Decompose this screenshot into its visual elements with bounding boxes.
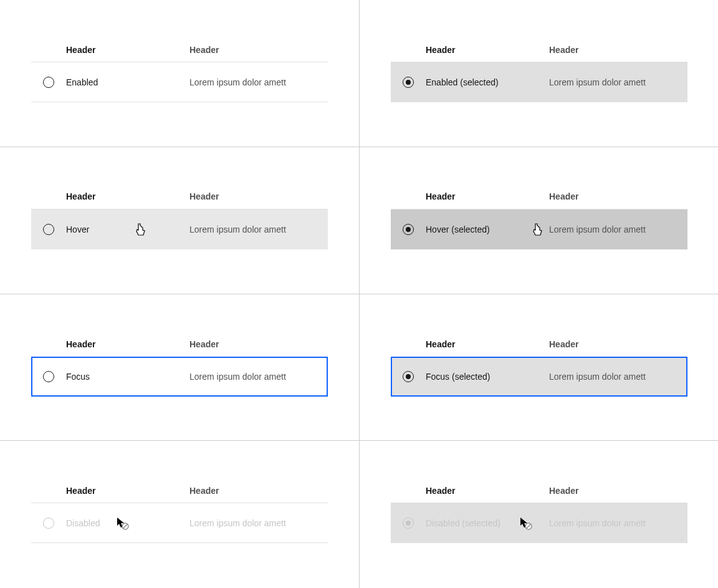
table-header-row: Header Header bbox=[391, 185, 687, 210]
cell-disabled-selected: Header Header Disabled (selected) Lorem bbox=[360, 441, 718, 588]
row-body-text: Lorem ipsum dolor amett bbox=[549, 224, 646, 234]
state-label: Focus (selected) bbox=[426, 372, 490, 382]
column-header-1: Header bbox=[66, 191, 189, 201]
column-header-2: Header bbox=[189, 339, 328, 349]
row-body-text: Lorem ipsum dolor amett bbox=[189, 77, 286, 87]
cell-enabled-unselected: Header Header Enabled Lorem ipsum dolor … bbox=[0, 0, 360, 147]
table-row[interactable]: Enabled (selected) Lorem ipsum dolor ame… bbox=[391, 62, 687, 102]
svg-point-0 bbox=[122, 523, 128, 529]
radio-icon[interactable] bbox=[43, 371, 54, 382]
not-allowed-cursor-icon bbox=[519, 516, 533, 530]
state-label: Focus bbox=[66, 372, 90, 382]
row-body-text: Lorem ipsum dolor amett bbox=[189, 372, 286, 382]
table: Header Header Hover Lorem ipsum dolor am… bbox=[31, 185, 328, 249]
table: Header Header Disabled Lorem ipsum dolor bbox=[31, 478, 328, 543]
row-body-text: Lorem ipsum dolor amett bbox=[189, 224, 286, 234]
cell-hover-unselected: Header Header Hover Lorem ipsum dolor am… bbox=[0, 147, 360, 294]
state-label: Enabled bbox=[66, 77, 98, 87]
table-row: Disabled (selected) Lorem ipsum dolor am… bbox=[391, 503, 687, 543]
column-header-1: Header bbox=[426, 45, 549, 55]
table: Header Header Focus Lorem ipsum dolor am… bbox=[31, 332, 328, 397]
table-row[interactable]: Focus Lorem ipsum dolor amett bbox=[31, 357, 328, 397]
table-row[interactable]: Enabled Lorem ipsum dolor amett bbox=[31, 62, 328, 102]
radio-icon[interactable] bbox=[43, 77, 54, 88]
column-header-2: Header bbox=[189, 191, 328, 201]
not-allowed-cursor-icon bbox=[116, 516, 130, 530]
pointer-cursor-icon bbox=[532, 223, 543, 236]
column-header-2: Header bbox=[549, 339, 687, 349]
column-header-1: Header bbox=[66, 45, 189, 55]
table: Header Header Focus (selected) Lorem ips… bbox=[391, 332, 687, 397]
radio-icon[interactable] bbox=[403, 77, 414, 88]
row-body-text: Lorem ipsum dolor amett bbox=[549, 77, 646, 87]
state-label: Hover bbox=[66, 224, 89, 234]
table-row[interactable]: Hover Lorem ipsum dolor amett bbox=[31, 210, 328, 249]
column-header-2: Header bbox=[189, 486, 328, 496]
table-row[interactable]: Hover (selected) Lorem ipsum dolor amett bbox=[391, 210, 687, 249]
table-row[interactable]: Focus (selected) Lorem ipsum dolor amett bbox=[391, 357, 687, 397]
table: Header Header Hover (selected) Lorem ips… bbox=[391, 185, 687, 249]
state-label: Enabled (selected) bbox=[426, 77, 499, 87]
radio-icon[interactable] bbox=[403, 371, 414, 382]
table-header-row: Header Header bbox=[31, 185, 328, 210]
table-header-row: Header Header bbox=[391, 332, 687, 357]
table: Header Header Enabled Lorem ipsum dolor … bbox=[31, 37, 328, 102]
table-row: Disabled Lorem ipsum dolor amett bbox=[31, 503, 328, 543]
table-header-row: Header Header bbox=[391, 478, 687, 503]
column-header-1: Header bbox=[66, 339, 189, 349]
radio-icon[interactable] bbox=[403, 224, 414, 235]
column-header-2: Header bbox=[549, 486, 687, 496]
column-header-2: Header bbox=[549, 191, 687, 201]
radio-icon[interactable] bbox=[43, 224, 54, 235]
table: Header Header Disabled (selected) Lorem bbox=[391, 478, 687, 543]
cell-enabled-selected: Header Header Enabled (selected) Lorem i… bbox=[360, 0, 718, 147]
column-header-2: Header bbox=[189, 45, 328, 55]
svg-point-2 bbox=[525, 523, 532, 529]
radio-icon bbox=[403, 518, 414, 529]
table-header-row: Header Header bbox=[31, 332, 328, 357]
column-header-1: Header bbox=[426, 486, 549, 496]
cell-focus-unselected: Header Header Focus Lorem ipsum dolor am… bbox=[0, 294, 360, 441]
state-label: Disabled (selected) bbox=[426, 518, 500, 528]
svg-line-1 bbox=[123, 524, 128, 528]
cell-disabled-unselected: Header Header Disabled Lorem ipsum dolor bbox=[0, 441, 360, 588]
row-body-text: Lorem ipsum dolor amett bbox=[549, 372, 646, 382]
table-header-row: Header Header bbox=[31, 478, 328, 503]
column-header-1: Header bbox=[426, 339, 549, 349]
state-label: Hover (selected) bbox=[426, 224, 490, 234]
column-header-1: Header bbox=[66, 486, 189, 496]
svg-line-3 bbox=[527, 524, 531, 529]
pointer-cursor-icon bbox=[135, 223, 146, 236]
row-body-text: Lorem ipsum dolor amett bbox=[549, 518, 646, 528]
cell-focus-selected: Header Header Focus (selected) Lorem ips… bbox=[360, 294, 718, 441]
cell-hover-selected: Header Header Hover (selected) Lorem ips… bbox=[360, 147, 718, 294]
table-header-row: Header Header bbox=[31, 37, 328, 62]
state-matrix: Header Header Enabled Lorem ipsum dolor … bbox=[0, 0, 718, 588]
column-header-2: Header bbox=[549, 45, 687, 55]
radio-icon bbox=[43, 518, 54, 529]
table-header-row: Header Header bbox=[391, 37, 687, 62]
column-header-1: Header bbox=[426, 191, 549, 201]
row-body-text: Lorem ipsum dolor amett bbox=[189, 518, 286, 528]
state-label: Disabled bbox=[66, 518, 100, 528]
table: Header Header Enabled (selected) Lorem i… bbox=[391, 37, 687, 102]
